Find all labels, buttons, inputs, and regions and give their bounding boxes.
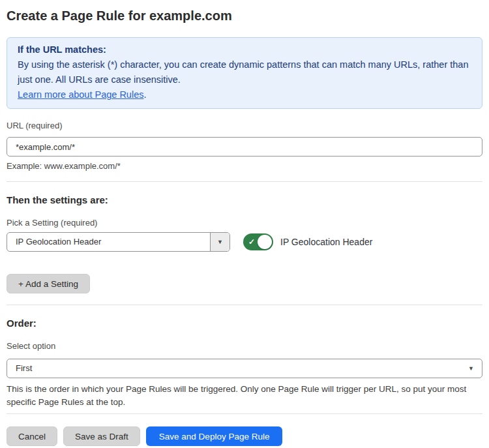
learn-more-link[interactable]: Learn more about Page Rules [18,89,143,100]
link-period: . [143,89,146,100]
url-matches-info-box: If the URL matches: By using the asteris… [7,37,482,109]
footer-divider [7,413,482,414]
add-setting-button[interactable]: + Add a Setting [7,274,90,293]
section-divider [7,305,482,305]
ip-geolocation-toggle[interactable]: ✓ [243,233,273,250]
url-example-helper: Example: www.example.com/* [7,161,482,172]
pick-setting-label: Pick a Setting (required) [7,218,482,228]
chevron-down-icon: ▼ [468,366,474,372]
page-rule-form: Create a Page Rule for example.com If th… [0,8,489,446]
save-as-draft-button[interactable]: Save as Draft [63,426,140,446]
cancel-button[interactable]: Cancel [7,426,57,446]
footer-actions: Cancel Save as Draft Save and Deploy Pag… [7,426,482,446]
url-input[interactable] [7,137,482,157]
order-select-value: First [16,363,32,373]
chevron-down-icon: ▼ [217,239,223,245]
check-icon: ✓ [248,238,255,246]
save-and-deploy-button[interactable]: Save and Deploy Page Rule [146,426,283,446]
setting-select-value: IP Geolocation Header [16,237,101,246]
setting-row: IP Geolocation Header ▼ ✓ IP Geolocation… [7,232,482,252]
page-title: Create a Page Rule for example.com [7,8,482,23]
setting-select[interactable]: IP Geolocation Header ▼ [7,232,230,252]
info-box-body: By using the asterisk (*) character, you… [18,57,471,87]
toggle-label: IP Geolocation Header [280,237,372,247]
settings-section-heading: Then the settings are: [7,194,482,206]
order-section-heading: Order: [7,318,482,329]
order-select-label: Select option [7,341,482,351]
url-field-label: URL (required) [7,121,482,131]
setting-select-caret-button[interactable]: ▼ [210,233,230,251]
info-box-heading: If the URL matches: [18,42,471,57]
order-helper-text: This is the order in which your Page Rul… [7,383,482,409]
order-select[interactable]: First ▼ [7,359,482,378]
toggle-knob [258,235,272,249]
section-divider [7,181,482,182]
